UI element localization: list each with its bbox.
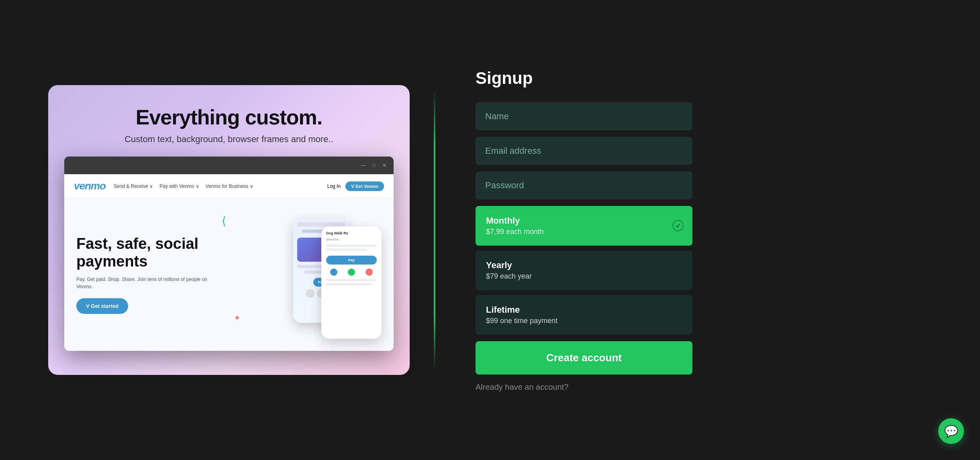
mockup-wrapper: Everything custom. Custom text, backgrou…	[48, 85, 410, 375]
venmo-nav-right: Log In V Get Venmo	[327, 181, 384, 191]
bottom-icon-1	[330, 269, 337, 276]
browser-titlebar: — □ ✕	[64, 157, 394, 174]
name-input[interactable]	[476, 102, 692, 130]
phone-icon-dot-1	[306, 289, 314, 298]
signup-panel: Signup Monthly $7,99 each month ✓ Yearly…	[459, 61, 932, 400]
create-account-button[interactable]: Create account	[476, 341, 692, 375]
phone-row-2	[326, 248, 367, 251]
venmo-hero: Fast, safe, social payments Pay. Get pai…	[64, 198, 394, 351]
venmo-phones: ⟨ ✦ Pay	[214, 210, 382, 339]
password-input[interactable]	[476, 171, 692, 199]
bottom-icon-2	[348, 269, 355, 276]
close-button[interactable]: ✕	[382, 163, 387, 168]
signup-title: Signup	[476, 69, 916, 88]
plan-lifetime-price: $99 one time payment	[486, 317, 682, 325]
already-account-text: Already have an account?	[476, 383, 692, 392]
phone-secondary-btn: Pay	[326, 256, 377, 265]
vertical-divider	[434, 90, 435, 370]
venmo-hero-desc: Pay. Get paid. Shop. Share. Join tens of…	[76, 276, 214, 290]
phone-detail-1	[297, 222, 345, 226]
browser-window: — □ ✕ venmo Send & Receive ∨ Pay with Ve…	[64, 157, 394, 351]
phone-row-1	[326, 244, 377, 247]
mockup-subtext: Custom text, background, browser frames …	[64, 134, 394, 145]
venmo-hero-text: Fast, safe, social payments Pay. Get pai…	[76, 235, 214, 314]
venmo-logo: venmo	[74, 180, 106, 192]
main-container: Everything custom. Custom text, backgrou…	[48, 61, 932, 400]
venmo-hero-title: Fast, safe, social payments	[76, 235, 214, 270]
mockup-title: Everything custom.	[64, 105, 394, 129]
venmo-login-link[interactable]: Log In	[327, 183, 341, 189]
nav-item-pay[interactable]: Pay with Venmo ∨	[159, 183, 199, 189]
deco-1: ⟨	[222, 214, 226, 228]
phone-bottom-icons	[326, 269, 377, 276]
plan-option-yearly[interactable]: Yearly $79 each year	[476, 250, 692, 290]
venmo-hero-cta-button[interactable]: V Get started	[76, 298, 128, 314]
phone-mock-secondary: Dog Walk Rx @venmo Pay	[321, 226, 382, 339]
plan-option-lifetime[interactable]: Lifetime $99 one time payment	[476, 295, 692, 335]
nav-item-send[interactable]: Send & Receive ∨	[114, 183, 153, 189]
maximize-button[interactable]: □	[371, 163, 377, 168]
phone-row-4	[326, 283, 372, 285]
plan-yearly-price: $79 each year	[486, 272, 682, 281]
email-input[interactable]	[476, 137, 692, 165]
venmo-nav-items: Send & Receive ∨ Pay with Venmo ∨ Venmo …	[114, 183, 319, 189]
plan-monthly-name: Monthly	[486, 216, 682, 226]
minimize-button[interactable]: —	[361, 163, 366, 168]
plan-option-monthly[interactable]: Monthly $7,99 each month ✓	[476, 206, 692, 246]
left-panel: Everything custom. Custom text, backgrou…	[48, 85, 410, 375]
plan-monthly-price: $7,99 each month	[486, 228, 682, 236]
mockup-headline-section: Everything custom.	[64, 105, 394, 129]
plan-yearly-name: Yearly	[486, 260, 682, 271]
phone-pay-label: Dog Walk Rx	[326, 231, 377, 235]
venmo-get-button[interactable]: V Get Venmo	[345, 181, 384, 191]
deco-2: ✦	[234, 313, 241, 323]
plan-monthly-check: ✓	[672, 220, 684, 231]
chat-icon: 💬	[944, 425, 958, 438]
nav-item-business[interactable]: Venmo for Business ∨	[206, 183, 253, 189]
phone-row-3	[326, 279, 377, 281]
bottom-icon-3	[365, 269, 373, 276]
plan-lifetime-name: Lifetime	[486, 305, 682, 315]
venmo-nav: venmo Send & Receive ∨ Pay with Venmo ∨ …	[64, 174, 394, 198]
phone-pay-sub: @venmo	[326, 238, 377, 241]
chat-bubble-button[interactable]: 💬	[938, 418, 964, 444]
browser-content: venmo Send & Receive ∨ Pay with Venmo ∨ …	[64, 174, 394, 351]
